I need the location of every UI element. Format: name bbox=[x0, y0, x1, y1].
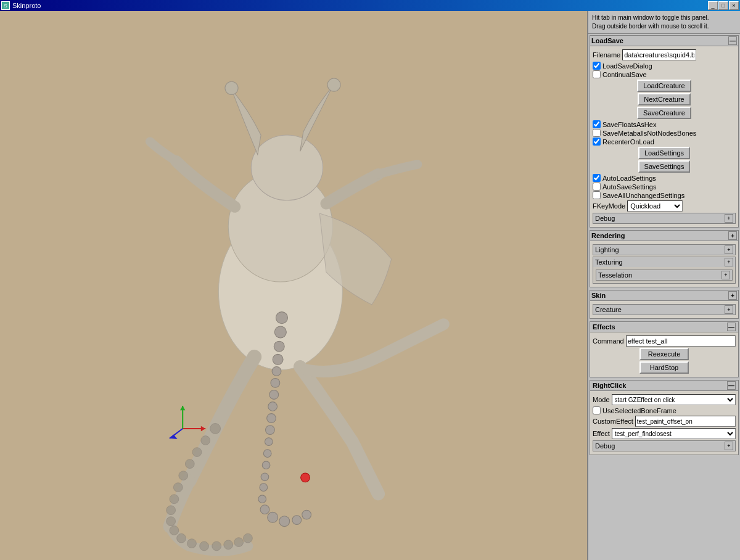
recenter-row: RecenterOnLoad bbox=[593, 138, 736, 146]
svg-point-15 bbox=[266, 426, 275, 435]
rendering-expand-btn[interactable]: + bbox=[728, 231, 737, 240]
svg-point-23 bbox=[268, 512, 278, 522]
auto-save-row: AutoSaveSettings bbox=[593, 183, 736, 191]
lighting-title: Lighting bbox=[595, 246, 723, 253]
tesselation-header: Tesselation + bbox=[596, 270, 732, 280]
effect-row: Effect test_perf_findclosest test_paint_… bbox=[593, 428, 736, 439]
texturing-expand-btn[interactable]: + bbox=[725, 258, 733, 266]
continual-save-checkbox[interactable] bbox=[593, 70, 601, 78]
debug-loadsave-header: Debug + bbox=[593, 213, 735, 223]
mode-select[interactable]: start GZEffect on click select bone none bbox=[612, 394, 736, 405]
custom-effect-row: CustomEffect bbox=[593, 416, 736, 427]
command-label: Command bbox=[593, 337, 624, 345]
save-unchanged-checkbox[interactable] bbox=[593, 191, 601, 199]
auto-load-label: AutoLoadSettings bbox=[602, 175, 656, 182]
svg-point-37 bbox=[170, 526, 179, 535]
debug-rightclick-expand-btn[interactable]: + bbox=[725, 442, 733, 450]
use-selected-checkbox[interactable] bbox=[593, 406, 601, 414]
custom-effect-input[interactable] bbox=[635, 416, 736, 427]
maximize-button[interactable]: □ bbox=[718, 1, 728, 10]
save-meta-checkbox[interactable] bbox=[593, 129, 601, 137]
tesselation-expand-btn[interactable]: + bbox=[722, 271, 730, 279]
svg-point-14 bbox=[267, 414, 276, 423]
fkeymode-row: FKeyMode Quickload Record Play bbox=[593, 200, 736, 212]
svg-point-10 bbox=[272, 366, 281, 376]
right-panel: Hit tab in main window to toggle this pa… bbox=[587, 11, 740, 560]
svg-point-4 bbox=[225, 81, 238, 94]
loadsave-dialog-label: LoadSaveDialog bbox=[602, 62, 652, 70]
save-settings-button[interactable]: SaveSettings bbox=[638, 160, 691, 173]
loadsave-title: LoadSave bbox=[591, 37, 727, 44]
texturing-header: Texturing + bbox=[593, 257, 735, 267]
effects-section: Effects — Command Reexecute HardStop bbox=[590, 321, 739, 377]
load-creature-button[interactable]: LoadCreature bbox=[637, 80, 691, 92]
reexecute-button[interactable]: Reexecute bbox=[639, 348, 689, 360]
debug-rightclick-section: Debug + bbox=[593, 440, 736, 451]
continual-save-row: ContinualSave bbox=[593, 70, 736, 78]
creature-title: Creature bbox=[595, 306, 723, 313]
effect-select[interactable]: test_perf_findclosest test_paint_offset_… bbox=[612, 428, 736, 439]
skin-section: Skin + Creature + bbox=[590, 290, 739, 319]
rightclick-body: Mode start GZEffect on click select bone… bbox=[590, 391, 738, 455]
custom-effect-label: CustomEffect bbox=[593, 418, 633, 425]
lighting-header: Lighting + bbox=[593, 245, 735, 255]
viewport-3d[interactable] bbox=[0, 11, 587, 560]
svg-point-40 bbox=[200, 541, 209, 551]
save-floats-checkbox[interactable] bbox=[593, 120, 601, 128]
creature-expand-btn[interactable]: + bbox=[725, 305, 733, 314]
svg-point-38 bbox=[177, 533, 186, 543]
svg-point-22 bbox=[260, 505, 269, 514]
effects-collapse-btn[interactable]: — bbox=[727, 323, 736, 331]
rendering-section: Rendering + Lighting + Texturing + bbox=[590, 230, 739, 287]
effects-title: Effects bbox=[593, 323, 615, 331]
tesselation-title: Tesselation bbox=[598, 271, 720, 279]
svg-point-35 bbox=[166, 506, 176, 515]
svg-point-42 bbox=[224, 540, 233, 550]
skin-header: Skin + bbox=[590, 290, 738, 301]
rightclick-section: RightClick — Mode start GZEffect on clic… bbox=[590, 380, 739, 455]
save-meta-row: SaveMetaballsNotNodesBones bbox=[593, 129, 736, 137]
svg-point-13 bbox=[268, 402, 278, 411]
debug-rightclick-header: Debug + bbox=[593, 441, 735, 451]
loadsave-collapse-btn[interactable]: — bbox=[728, 36, 737, 45]
fkeymode-label: FKeyMode bbox=[593, 202, 625, 210]
save-unchanged-row: SaveAllUnchangedSettings bbox=[593, 191, 736, 199]
rightclick-header: RightClick — bbox=[590, 381, 738, 391]
hardstop-button[interactable]: HardStop bbox=[639, 361, 689, 374]
debug-loadsave-title: Debug bbox=[595, 215, 723, 222]
mode-row: Mode start GZEffect on click select bone… bbox=[593, 394, 736, 405]
close-button[interactable]: × bbox=[729, 1, 739, 10]
fkeymode-select[interactable]: Quickload Record Play bbox=[627, 200, 683, 212]
filename-input[interactable] bbox=[622, 49, 696, 60]
svg-point-3 bbox=[251, 135, 323, 200]
debug-rightclick-title: Debug bbox=[595, 442, 723, 450]
loadsave-dialog-checkbox[interactable] bbox=[593, 62, 601, 70]
recenter-checkbox[interactable] bbox=[593, 138, 601, 146]
command-input[interactable] bbox=[626, 336, 736, 347]
rendering-title: Rendering bbox=[591, 232, 727, 239]
auto-save-label: AutoSaveSettings bbox=[602, 183, 656, 191]
svg-point-30 bbox=[192, 448, 202, 457]
lighting-expand-btn[interactable]: + bbox=[725, 245, 733, 254]
svg-point-17 bbox=[263, 450, 271, 458]
svg-point-39 bbox=[187, 539, 197, 548]
save-creature-button[interactable]: SaveCreature bbox=[637, 107, 691, 119]
texturing-title: Texturing bbox=[595, 258, 723, 266]
skin-expand-btn[interactable]: + bbox=[728, 291, 737, 300]
minimize-button[interactable]: _ bbox=[708, 1, 718, 10]
svg-point-25 bbox=[292, 516, 302, 525]
rightclick-collapse-btn[interactable]: — bbox=[727, 381, 736, 390]
svg-point-7 bbox=[274, 326, 286, 338]
svg-point-41 bbox=[212, 541, 221, 551]
debug-loadsave-expand-btn[interactable]: + bbox=[725, 214, 733, 223]
use-selected-label: UseSelectedBoneFrame bbox=[602, 407, 676, 414]
auto-save-checkbox[interactable] bbox=[593, 183, 601, 191]
next-creature-button[interactable]: NextCreature bbox=[638, 93, 690, 105]
loadsave-body: Filename LoadSaveDialog ContinualSave Lo… bbox=[590, 46, 738, 227]
creature-header: Creature + bbox=[593, 305, 735, 315]
svg-point-36 bbox=[166, 517, 176, 526]
load-settings-button[interactable]: LoadSettings bbox=[638, 147, 690, 159]
rightclick-title: RightClick bbox=[593, 382, 626, 389]
auto-load-checkbox[interactable] bbox=[593, 174, 601, 182]
filename-row: Filename bbox=[593, 49, 736, 60]
